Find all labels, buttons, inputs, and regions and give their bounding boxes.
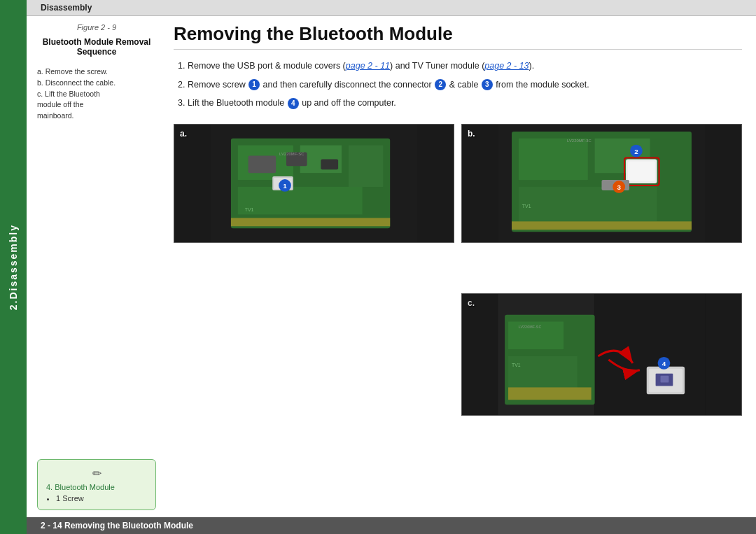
note-c: c. Lift the Bluetoothmodule off themainb… (37, 89, 156, 122)
link-page-13[interactable]: page 2 - 13 (484, 61, 528, 71)
left-panel: Figure 2 - 9 Bluetooth Module Removal Se… (27, 16, 167, 517)
footer: 2 - 14 Removing the Bluetooth Module (27, 517, 756, 534)
svg-text:TV1: TV1 (522, 203, 531, 208)
svg-rect-40 (508, 387, 592, 400)
empty-slot (174, 467, 454, 511)
badge-3: 3 (482, 79, 493, 90)
note-a: a. Remove the screw. (37, 66, 156, 78)
svg-text:2: 2 (634, 147, 638, 155)
images-grid: a. (174, 124, 742, 511)
svg-rect-5 (349, 145, 383, 186)
svg-text:LV220MF-SC: LV220MF-SC (519, 325, 542, 329)
figure-title: Bluetooth Module Removal Sequence (37, 37, 156, 57)
image-a-label: a. (180, 129, 187, 139)
svg-rect-9 (321, 159, 338, 169)
svg-rect-20 (519, 138, 588, 179)
svg-rect-23 (512, 221, 692, 230)
instruction-2: Remove screw 1 and then carefully discon… (188, 77, 742, 93)
pencil-icon: ✏ (46, 467, 147, 480)
sidebar-label: 2.Disassembly (8, 224, 19, 310)
badge-4: 4 (288, 98, 299, 109)
svg-rect-39 (508, 356, 578, 391)
svg-text:LV220MF-SC: LV220MF-SC (279, 152, 304, 156)
image-b-label: b. (468, 129, 475, 139)
main-content: Disassembly Figure 2 - 9 Bluetooth Modul… (27, 0, 756, 534)
content-area: Figure 2 - 9 Bluetooth Module Removal Se… (27, 16, 756, 517)
link-page-11[interactable]: page 2 - 11 (346, 61, 390, 71)
svg-text:3: 3 (617, 183, 621, 190)
badge-2: 2 (435, 79, 446, 90)
svg-rect-36 (595, 294, 706, 415)
note-box-title: 4. Bluetooth Module (46, 483, 147, 491)
svg-text:1: 1 (283, 181, 287, 189)
svg-rect-6 (238, 186, 363, 214)
instructions: Remove the USB port & module covers (pag… (174, 58, 742, 114)
svg-rect-22 (519, 186, 657, 220)
instruction-3: Lift the Bluetooth module 4 up and off t… (188, 95, 742, 111)
image-a: a. (174, 124, 454, 243)
badge-1: 1 (248, 79, 260, 90)
image-c: c. TV1 LV (461, 293, 742, 416)
svg-text:4: 4 (662, 360, 666, 367)
sidebar: 2.Disassembly (0, 0, 27, 534)
svg-text:LV220MF-3C: LV220MF-3C (567, 138, 592, 142)
image-c-label: c. (468, 298, 475, 308)
section-label: Disassembly (27, 0, 756, 16)
figure-notes: a. Remove the screw. b. Disconnect the c… (37, 66, 156, 122)
svg-rect-7 (248, 155, 276, 173)
page-title: Removing the Bluetooth Module (174, 23, 742, 50)
svg-rect-10 (231, 218, 390, 226)
svg-text:TV1: TV1 (245, 206, 254, 211)
note-b: b. Disconnect the cable. (37, 78, 156, 89)
instruction-1: Remove the USB port & module covers (pag… (188, 58, 742, 74)
svg-rect-48 (661, 376, 669, 383)
svg-rect-25 (628, 161, 655, 181)
figure-caption: Figure 2 - 9 (37, 23, 156, 31)
image-b: b. (461, 124, 742, 243)
note-box-item: 1 Screw (56, 494, 147, 503)
svg-text:TV1: TV1 (512, 363, 521, 367)
right-panel: Removing the Bluetooth Module Remove the… (167, 16, 756, 517)
note-box: ✏ 4. Bluetooth Module 1 Screw (37, 459, 156, 510)
